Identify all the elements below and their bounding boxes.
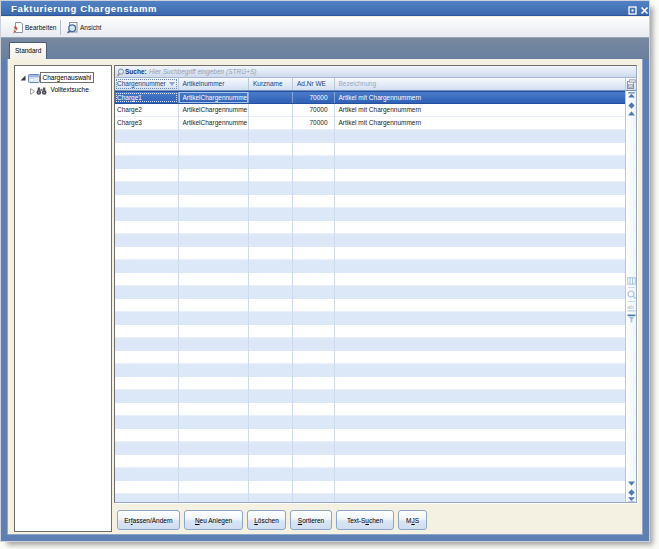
table-cell[interactable]	[249, 468, 293, 481]
table-cell[interactable]	[179, 468, 250, 481]
table-cell[interactable]	[335, 364, 626, 377]
table-cell[interactable]	[293, 260, 335, 273]
scroll-first-icon[interactable]	[627, 92, 636, 98]
grid-search-bar[interactable]: Suche: Hier Suchbegriff eingeben (STRG+S…	[115, 66, 636, 78]
table-cell[interactable]	[335, 468, 626, 481]
table-cell[interactable]	[249, 494, 293, 502]
table-cell[interactable]	[249, 169, 293, 182]
table-cell[interactable]	[179, 377, 250, 390]
table-cell[interactable]	[115, 299, 179, 312]
table-cell[interactable]	[115, 455, 179, 468]
table-cell[interactable]	[293, 338, 335, 351]
table-cell[interactable]	[335, 377, 626, 390]
table-cell[interactable]	[293, 299, 335, 312]
grid-columns-icon[interactable]	[627, 277, 636, 285]
table-cell[interactable]	[115, 312, 179, 325]
table-cell[interactable]	[293, 182, 335, 195]
table-cell[interactable]	[179, 182, 250, 195]
table-cell[interactable]	[249, 117, 293, 130]
table-row-empty[interactable]	[115, 273, 625, 286]
table-cell[interactable]	[335, 351, 626, 364]
table-cell[interactable]	[293, 286, 335, 299]
table-cell[interactable]	[179, 455, 250, 468]
table-cell[interactable]	[335, 234, 626, 247]
table-cell[interactable]	[115, 221, 179, 234]
toolbar-button-bearbeiten[interactable]: Bearbeiten	[12, 19, 56, 36]
table-cell[interactable]	[293, 455, 335, 468]
table-cell[interactable]	[179, 364, 250, 377]
table-row-empty[interactable]	[115, 468, 625, 481]
table-cell[interactable]	[179, 195, 250, 208]
table-cell[interactable]	[293, 247, 335, 260]
toolbar-button-ansicht[interactable]: Ansicht	[66, 19, 101, 36]
table-row-empty[interactable]	[115, 143, 625, 156]
table-cell[interactable]	[249, 390, 293, 403]
table-cell[interactable]	[335, 169, 626, 182]
table-cell[interactable]	[115, 234, 179, 247]
table-cell[interactable]	[249, 104, 293, 117]
table-cell[interactable]	[249, 208, 293, 221]
table-cell[interactable]: Artikel mit Chargennummern	[335, 92, 626, 103]
table-cell[interactable]	[115, 364, 179, 377]
table-cell[interactable]	[249, 312, 293, 325]
table-cell[interactable]	[335, 286, 626, 299]
table-cell[interactable]	[249, 338, 293, 351]
table-cell[interactable]	[293, 273, 335, 286]
table-cell[interactable]	[335, 429, 626, 442]
column-header-1[interactable]: Chargennummer	[115, 78, 179, 90]
column-chooser-button[interactable]	[625, 78, 636, 91]
table-cell[interactable]	[335, 325, 626, 338]
table-cell[interactable]	[293, 416, 335, 429]
column-header-2[interactable]: Artikelnummer	[179, 78, 250, 90]
table-cell[interactable]	[335, 455, 626, 468]
scroll-last-icon[interactable]	[627, 497, 636, 503]
table-cell[interactable]: Artikel mit Chargennummern	[335, 117, 626, 130]
table-cell[interactable]	[249, 130, 293, 143]
table-cell[interactable]	[249, 429, 293, 442]
table-cell[interactable]: Charge3	[115, 117, 179, 130]
table-cell[interactable]	[179, 312, 250, 325]
table-cell[interactable]	[249, 273, 293, 286]
table-cell[interactable]	[115, 416, 179, 429]
table-row-empty[interactable]	[115, 442, 625, 455]
table-cell[interactable]	[115, 403, 179, 416]
table-cell[interactable]: ArtikelChargennumme	[179, 117, 250, 130]
table-cell[interactable]	[335, 442, 626, 455]
table-cell[interactable]	[115, 130, 179, 143]
table-cell[interactable]	[249, 455, 293, 468]
table-cell[interactable]	[179, 221, 250, 234]
table-cell[interactable]	[115, 260, 179, 273]
table-cell[interactable]	[335, 130, 626, 143]
table-cell[interactable]	[335, 312, 626, 325]
table-cell[interactable]	[179, 143, 250, 156]
table-row[interactable]: Charge1ArtikelChargennumme70000Artikel m…	[115, 91, 625, 104]
table-cell[interactable]	[179, 338, 250, 351]
table-cell[interactable]	[335, 156, 626, 169]
table-cell[interactable]	[293, 403, 335, 416]
table-cell[interactable]	[293, 351, 335, 364]
table-cell[interactable]	[249, 92, 293, 103]
table-cell[interactable]	[179, 351, 250, 364]
table-row-empty[interactable]	[115, 325, 625, 338]
action-button-1[interactable]: Erfassen/Ändern	[117, 510, 180, 530]
column-header-5[interactable]: Bezeichnung	[335, 78, 637, 90]
table-cell[interactable]	[115, 156, 179, 169]
table-row-empty[interactable]	[115, 494, 625, 502]
table-cell[interactable]	[249, 195, 293, 208]
table-cell[interactable]	[115, 195, 179, 208]
table-row-empty[interactable]	[115, 182, 625, 195]
table-cell[interactable]	[179, 247, 250, 260]
table-cell[interactable]	[249, 286, 293, 299]
action-button-6[interactable]: MJS	[398, 510, 427, 530]
table-cell[interactable]	[335, 338, 626, 351]
table-cell[interactable]	[115, 325, 179, 338]
scroll-page-up-icon[interactable]	[627, 102, 636, 109]
table-cell[interactable]	[293, 364, 335, 377]
table-cell[interactable]	[335, 494, 626, 502]
table-cell[interactable]	[179, 273, 250, 286]
table-cell[interactable]	[293, 390, 335, 403]
table-cell[interactable]	[179, 416, 250, 429]
table-cell[interactable]	[335, 260, 626, 273]
tree-item-chargenauswahl[interactable]: Chargenauswahl	[15, 72, 111, 85]
table-cell[interactable]	[179, 286, 250, 299]
